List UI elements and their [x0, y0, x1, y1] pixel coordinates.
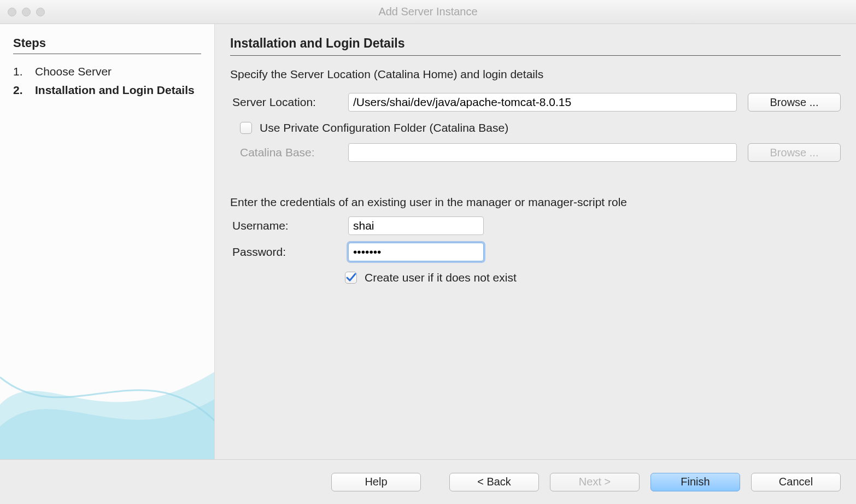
step-item-choose-server: 1. Choose Server — [13, 64, 201, 79]
username-row: Username: — [230, 216, 841, 235]
step-number: 1. — [13, 64, 35, 79]
catalina-base-input — [348, 143, 737, 162]
credentials-description: Enter the credentials of an existing use… — [230, 196, 841, 209]
server-location-label: Server Location: — [230, 96, 337, 109]
zoom-window-icon[interactable] — [36, 8, 45, 16]
private-config-label: Use Private Configuration Folder (Catali… — [260, 121, 508, 134]
create-user-row: Create user if it does not exist — [230, 271, 841, 284]
wizard-wave-decoration — [0, 339, 215, 459]
private-config-row: Use Private Configuration Folder (Catali… — [240, 121, 841, 134]
browse-catalina-base-button: Browse ... — [748, 143, 841, 162]
catalina-base-label: Catalina Base: — [230, 146, 337, 159]
browse-server-location-button[interactable]: Browse ... — [748, 93, 841, 112]
step-label: Installation and Login Details — [35, 83, 201, 98]
password-row: Password: — [230, 243, 841, 261]
username-label: Username: — [230, 219, 337, 232]
step-number: 2. — [13, 83, 35, 98]
steps-heading: Steps — [13, 36, 201, 54]
step-item-installation-login: 2. Installation and Login Details — [13, 83, 201, 98]
server-location-row: Server Location: Browse ... — [230, 93, 841, 112]
create-user-label: Create user if it does not exist — [365, 271, 517, 284]
cancel-button[interactable]: Cancel — [751, 473, 841, 491]
panel-heading: Installation and Login Details — [230, 36, 841, 56]
minimize-window-icon[interactable] — [22, 8, 31, 16]
next-button: Next > — [550, 473, 640, 491]
close-window-icon[interactable] — [8, 8, 16, 16]
step-label: Choose Server — [35, 64, 201, 79]
help-button[interactable]: Help — [331, 473, 421, 491]
catalina-base-row: Catalina Base: Browse ... — [230, 143, 841, 162]
wizard-footer: Help < Back Next > Finish Cancel — [0, 459, 856, 504]
content: Steps 1. Choose Server 2. Installation a… — [0, 24, 856, 459]
password-label: Password: — [230, 245, 337, 259]
steps-sidebar: Steps 1. Choose Server 2. Installation a… — [0, 24, 215, 459]
titlebar: Add Server Instance — [0, 0, 856, 24]
server-location-description: Specify the Server Location (Catalina Ho… — [230, 68, 841, 81]
window-title: Add Server Instance — [0, 5, 856, 18]
main-panel: Installation and Login Details Specify t… — [215, 24, 856, 459]
private-config-checkbox[interactable] — [240, 122, 252, 134]
username-input[interactable] — [348, 216, 484, 235]
finish-button[interactable]: Finish — [650, 473, 740, 491]
server-location-input[interactable] — [348, 93, 737, 112]
window-controls — [8, 8, 45, 16]
password-input[interactable] — [348, 243, 484, 261]
back-button[interactable]: < Back — [449, 473, 539, 491]
create-user-checkbox[interactable] — [345, 272, 357, 284]
steps-list: 1. Choose Server 2. Installation and Log… — [13, 64, 201, 98]
